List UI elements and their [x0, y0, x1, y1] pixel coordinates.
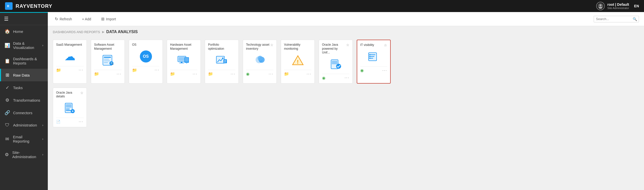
card-software-asset[interactable]: Software Asset Management 🔍 — [91, 40, 125, 84]
card-hardware-asset[interactable]: Hardware Asset Management — [167, 40, 201, 84]
card-footer-software-asset: 📁 ··· — [94, 70, 122, 76]
lang-badge: EN — [634, 4, 639, 8]
card-saas[interactable]: SaaS Management ☁ 📁 ··· — [53, 40, 87, 84]
sidebar-item-tasks[interactable]: ✓ Tasks — [0, 81, 48, 94]
more-icon9[interactable]: ··· — [382, 68, 387, 73]
sidebar-item-site-administration[interactable]: ⚙ Site-Administration › — [0, 147, 48, 162]
svg-rect-7 — [104, 59, 109, 59]
card-body-it-visibility — [360, 49, 387, 64]
hamburger-icon[interactable]: ☰ — [4, 16, 9, 22]
card-title-tech-asset: Technology asset inventory — [246, 43, 270, 51]
sidebar-item-administration[interactable]: 🛡 Administration › — [0, 119, 48, 131]
raw-data-icon: ⊞ — [5, 72, 10, 78]
user-name: root | Default — [607, 3, 629, 7]
more-icon2[interactable]: ··· — [117, 72, 122, 76]
more-icon7[interactable]: ··· — [307, 72, 311, 76]
card-vulnerability[interactable]: Vulnerability monitoring ! 📁 ··· — [281, 40, 315, 84]
site-admin-icon: ⚙ — [5, 152, 9, 157]
card-portfolio[interactable]: Portfolio optimization — [205, 40, 239, 84]
folder-icon5: 📁 — [208, 72, 213, 76]
home-icon: 🏠 — [5, 29, 10, 34]
more-icon5[interactable]: ··· — [231, 72, 235, 76]
breadcrumb-current: DATA ANALYSIS — [106, 30, 138, 34]
import-button[interactable]: ⊞ Import — [99, 15, 118, 23]
more-icon8[interactable]: ··· — [345, 76, 349, 80]
svg-text:🔍: 🔍 — [110, 62, 114, 65]
sidebar-item-home[interactable]: 🏠 Home — [0, 25, 48, 38]
add-button[interactable]: + Add — [80, 16, 93, 23]
svg-rect-8 — [104, 60, 110, 61]
refresh-button[interactable]: ↻ Refresh — [53, 15, 74, 23]
card-oracle-java-details[interactable]: Oracle Java details ☆ — [53, 88, 87, 127]
user-info: root | Default Site Administrator — [596, 2, 629, 10]
svg-rect-13 — [179, 57, 185, 61]
card-title-saas: SaaS Management — [56, 43, 84, 47]
sidebar-label-dashboards: Dashboards & Reports — [13, 57, 43, 65]
breadcrumb-parent[interactable]: DASHBOARDS AND REPORTS — [53, 30, 100, 34]
card-it-visibility[interactable]: IT visibility ☆ — [357, 40, 391, 84]
card-oracle-java-unif[interactable]: Oracle Java powered by Unif... ☆ ◉ — [319, 40, 353, 84]
breadcrumb: DASHBOARDS AND REPORTS ▶ DATA ANALYSIS — [48, 26, 644, 36]
card-body-software-asset: 🔍 — [94, 53, 122, 68]
folder-icon2: 📁 — [94, 72, 99, 76]
card-body-hardware-asset — [170, 53, 197, 68]
search-icon: 🔍 — [633, 17, 637, 21]
more-icon6[interactable]: ··· — [269, 72, 273, 76]
add-label: + Add — [82, 17, 91, 21]
card-tech-asset[interactable]: Technology asset inventory ☆ ◉ ··· — [243, 40, 277, 84]
sidebar-label-administration: Administration — [13, 123, 37, 127]
sidebar-item-data-visualization[interactable]: 📊 Data & Visualization › — [0, 38, 48, 53]
sidebar-item-dashboards[interactable]: 📋 Dashboards & Reports — [0, 53, 48, 69]
card-header-portfolio: Portfolio optimization — [208, 43, 235, 51]
card-os[interactable]: OS OS 📁 ··· — [129, 40, 163, 84]
pie-icon2: ◉ — [322, 76, 326, 80]
chevron-down-icon: › — [42, 44, 43, 47]
breadcrumb-separator: ▶ — [102, 30, 104, 34]
card-header-oracle-java-details: Oracle Java details ☆ — [56, 91, 84, 99]
card-body-saas: ☁ — [56, 49, 84, 64]
hardware-icon — [177, 55, 190, 66]
search-input[interactable] — [596, 17, 631, 21]
more-icon4[interactable]: ··· — [193, 72, 197, 76]
more-icon3[interactable]: ··· — [155, 68, 159, 72]
sidebar-item-email-reporting[interactable]: ✉ Email Reporting › — [0, 131, 48, 147]
sidebar-label-connectors: Connectors — [13, 111, 32, 115]
card-header-hardware-asset: Hardware Asset Management — [170, 43, 197, 51]
sidebar-top[interactable]: ☰ — [0, 13, 48, 25]
card-title-portfolio: Portfolio optimization — [208, 43, 235, 51]
user-role: Site Administrator — [607, 7, 629, 10]
card-body-portfolio — [208, 53, 235, 68]
svg-rect-43 — [66, 110, 71, 111]
card-header-os: OS — [132, 43, 159, 47]
search-box[interactable]: 🔍 — [594, 16, 639, 22]
dashboards-icon: 📋 — [5, 58, 10, 64]
sidebar-item-raw-data[interactable]: ⊞ Raw Data — [0, 69, 48, 81]
card-footer-oracle-java-details: 📄 ··· — [56, 118, 84, 124]
it-visibility-icon — [368, 51, 380, 62]
cards-row-2: Oracle Java details ☆ — [53, 88, 639, 127]
star-icon4[interactable]: ☆ — [80, 91, 84, 95]
import-icon: ⊞ — [101, 17, 104, 21]
content-area: ↻ Refresh + Add ⊞ Import 🔍 DASHBOARDS AN… — [48, 12, 644, 190]
svg-point-37 — [369, 56, 370, 57]
chevron-right-icon2: › — [42, 137, 43, 141]
java-icon — [330, 59, 342, 70]
more-icon[interactable]: ··· — [79, 68, 84, 72]
star-icon[interactable]: ☆ — [270, 43, 273, 47]
sidebar-item-transformations[interactable]: ⚙ Transformations — [0, 94, 48, 106]
star-icon2[interactable]: ☆ — [346, 43, 349, 47]
card-footer-os: 📁 ··· — [132, 66, 159, 73]
sidebar-item-connectors[interactable]: 🔗 Connectors — [0, 106, 48, 119]
tech-asset-icon — [254, 55, 266, 66]
svg-rect-41 — [66, 104, 71, 108]
svg-point-4 — [599, 7, 602, 9]
software-asset-icon: 🔍 — [102, 55, 114, 66]
card-footer-hardware-asset: 📁 ··· — [170, 70, 197, 76]
sidebar-label-data-visualization: Data & Visualization — [13, 41, 39, 50]
more-icon10[interactable]: ··· — [79, 119, 84, 124]
star-icon3[interactable]: ☆ — [384, 43, 387, 47]
sidebar: ☰ 🏠 Home 📊 Data & Visualization › 📋 Dash… — [0, 12, 48, 190]
tasks-icon: ✓ — [5, 85, 10, 90]
cloud-icon: ☁ — [64, 50, 75, 63]
folder-icon: 📁 — [56, 68, 61, 73]
